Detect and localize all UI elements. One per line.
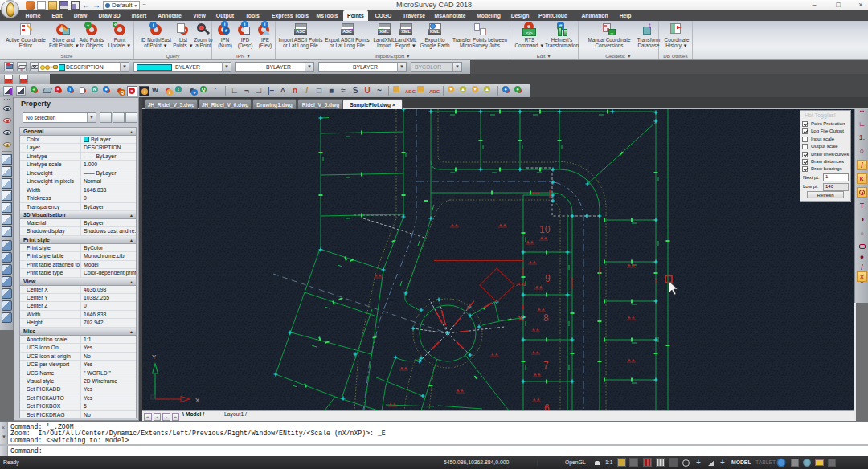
- svg-text:8: 8: [543, 312, 549, 324]
- svg-text:24.41: 24.41: [516, 283, 526, 287]
- svg-text:6: 6: [544, 402, 550, 410]
- svg-text:X: X: [195, 397, 200, 404]
- svg-text:Y: Y: [152, 353, 157, 361]
- svg-text:7: 7: [543, 360, 549, 371]
- svg-text:10: 10: [539, 224, 551, 235]
- svg-text:9: 9: [545, 273, 551, 284]
